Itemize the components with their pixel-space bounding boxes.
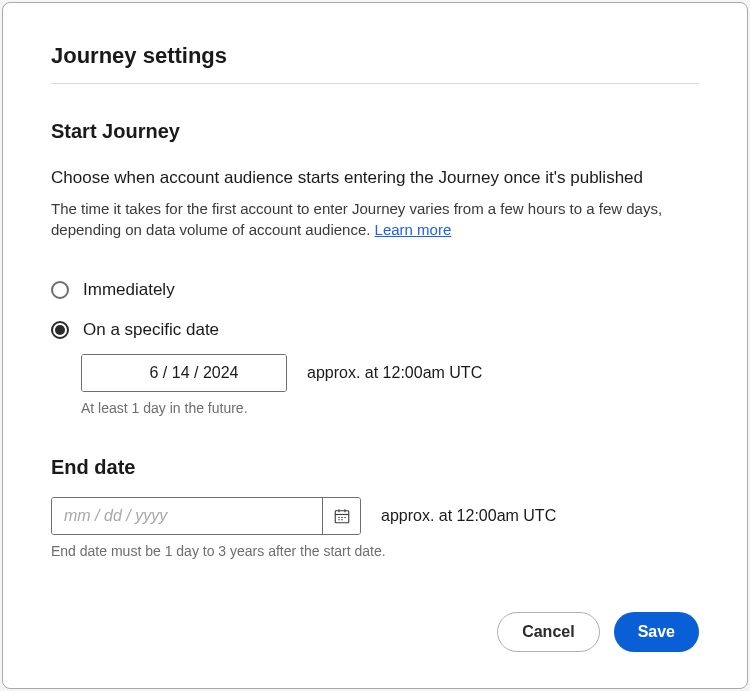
journey-settings-dialog: Journey settings Start Journey Choose wh…	[2, 2, 748, 689]
start-date-input[interactable]	[82, 355, 287, 391]
start-approx-text: approx. at 12:00am UTC	[307, 364, 482, 382]
start-lead-text: Choose when account audience starts ente…	[51, 167, 699, 190]
end-date-input[interactable]	[52, 498, 322, 534]
cancel-button[interactable]: Cancel	[497, 612, 599, 652]
start-date-row: approx. at 12:00am UTC	[81, 354, 699, 392]
save-button[interactable]: Save	[614, 612, 699, 652]
radio-row-immediately[interactable]: Immediately	[51, 280, 699, 300]
end-date-heading: End date	[51, 456, 699, 479]
end-date-calendar-button[interactable]	[322, 498, 360, 534]
start-radio-group: Immediately On a specific date	[51, 280, 699, 416]
start-subtext: The time it takes for the first account …	[51, 198, 699, 240]
radio-specific-date-label[interactable]: On a specific date	[83, 320, 219, 340]
learn-more-link[interactable]: Learn more	[375, 221, 452, 238]
end-date-section: End date	[51, 456, 699, 559]
radio-immediately-label[interactable]: Immediately	[83, 280, 175, 300]
calendar-icon	[333, 507, 351, 525]
start-date-hint: At least 1 day in the future.	[81, 400, 699, 416]
divider	[51, 83, 699, 84]
start-subtext-body: The time it takes for the first account …	[51, 200, 662, 238]
end-date-field[interactable]	[51, 497, 361, 535]
dialog-title: Journey settings	[51, 43, 699, 69]
radio-specific-date[interactable]	[51, 321, 69, 339]
start-journey-heading: Start Journey	[51, 120, 699, 143]
start-date-field[interactable]	[81, 354, 287, 392]
radio-row-specific-date[interactable]: On a specific date	[51, 320, 699, 340]
svg-rect-9	[335, 511, 349, 523]
radio-immediately[interactable]	[51, 281, 69, 299]
end-date-hint: End date must be 1 day to 3 years after …	[51, 543, 699, 559]
dialog-footer: Cancel Save	[51, 612, 699, 652]
end-approx-text: approx. at 12:00am UTC	[381, 507, 556, 525]
end-date-row: approx. at 12:00am UTC	[51, 497, 699, 535]
